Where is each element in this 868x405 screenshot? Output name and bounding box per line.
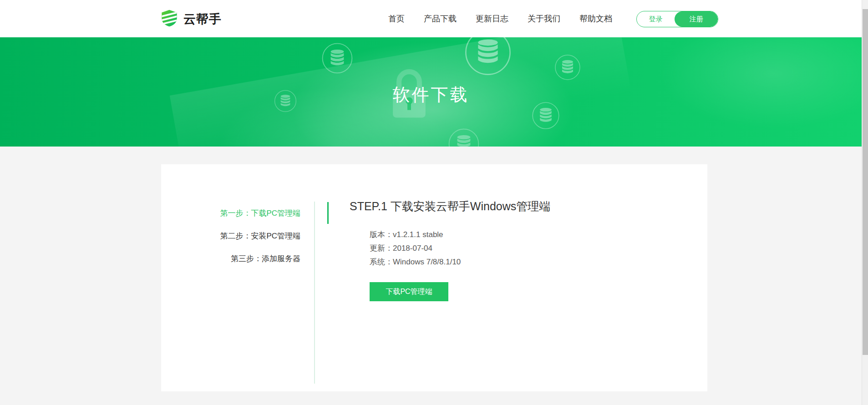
updated-line: 更新：2018-07-04 — [370, 242, 461, 255]
system-line: 系统：Windows 7/8/8.1/10 — [370, 255, 461, 269]
step-item-download-pc-client[interactable]: 第一步：下载PC管理端 — [161, 202, 314, 224]
scrollbar-thumb[interactable] — [863, 9, 868, 355]
register-button[interactable]: 注册 — [675, 11, 718, 27]
database-icon — [321, 42, 354, 75]
hero-banner: 软件下载 — [0, 37, 862, 147]
shield-logo-icon — [160, 9, 178, 29]
auth-pill: 登录 注册 — [636, 11, 718, 27]
nav-item-downloads[interactable]: 产品下载 — [424, 13, 457, 24]
database-icon — [554, 54, 581, 81]
nav-item-about[interactable]: 关于我们 — [528, 13, 560, 24]
vertical-scrollbar — [862, 0, 868, 405]
login-button[interactable]: 登录 — [637, 11, 675, 27]
download-details: 版本：v1.2.1.1 stable 更新：2018-07-04 系统：Wind… — [370, 228, 461, 269]
hero-right-highlight — [660, 37, 862, 128]
brand-logo[interactable]: 云帮手 — [160, 9, 222, 29]
version-line: 版本：v1.2.1.1 stable — [370, 228, 461, 242]
download-card: 第一步：下载PC管理端 第二步：安装PC管理端 第三步：添加服务器 STEP.1… — [161, 164, 707, 391]
nav-item-help-docs[interactable]: 帮助文档 — [579, 13, 612, 24]
steps-nav: 第一步：下载PC管理端 第二步：安装PC管理端 第三步：添加服务器 — [161, 202, 315, 384]
step-item-install-pc-client[interactable]: 第二步：安装PC管理端 — [161, 224, 314, 247]
download-pc-client-button[interactable]: 下载PC管理端 — [370, 282, 448, 301]
brand-name: 云帮手 — [183, 11, 222, 27]
step-item-add-server[interactable]: 第三步：添加服务器 — [161, 247, 314, 270]
page-title: 软件下载 — [0, 83, 862, 106]
database-icon — [463, 37, 513, 77]
header: 云帮手 首页 产品下载 更新日志 关于我们 帮助文档 登录 注册 — [0, 0, 862, 37]
database-icon — [447, 127, 480, 147]
step-heading: STEP.1 下载安装云帮手Windows管理端 — [350, 199, 550, 214]
nav-item-home[interactable]: 首页 — [388, 13, 405, 24]
main-nav: 首页 产品下载 更新日志 关于我们 帮助文档 — [388, 0, 612, 37]
nav-item-changelog[interactable]: 更新日志 — [476, 13, 508, 24]
